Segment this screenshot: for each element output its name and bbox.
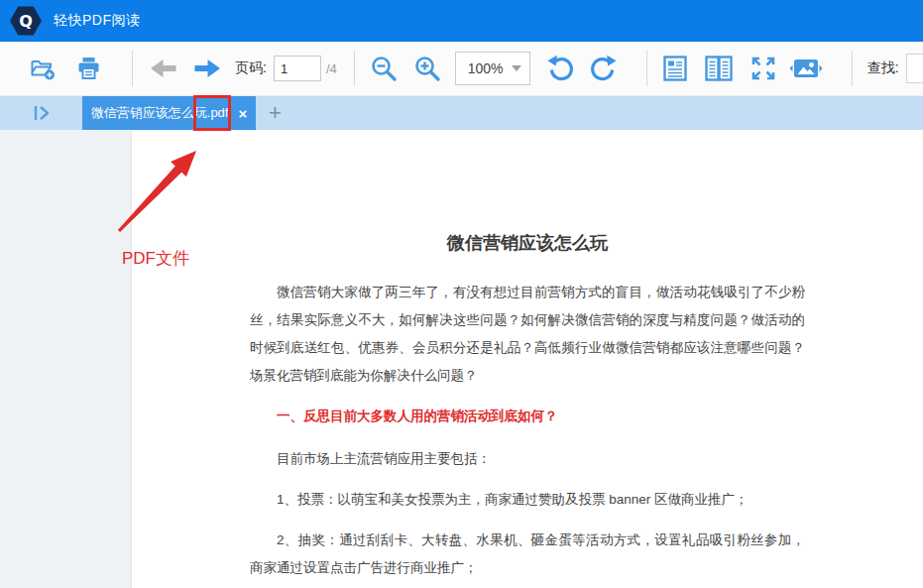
two-page-icon: [704, 55, 734, 82]
content-area: 微信营销应该怎么玩 微信营销大家做了两三年了，有没有想过目前营销方式的盲目，做活…: [0, 130, 923, 588]
tab-title: 微信营销应该怎么玩.pdf: [91, 104, 229, 122]
toolbar-separator: [646, 51, 647, 86]
page-total: /4: [326, 61, 337, 76]
find-input[interactable]: [906, 54, 923, 83]
print-button[interactable]: [76, 56, 101, 81]
slideshow-icon: [789, 56, 823, 81]
slideshow-button[interactable]: [789, 56, 823, 81]
rotate-left-button[interactable]: [546, 54, 576, 83]
paragraph: 2、抽奖：通过刮刮卡、大转盘、水果机、砸金蛋等活动方式，设置礼品吸引粉丝参加，商…: [250, 527, 805, 582]
forward-arrow-icon: [192, 57, 223, 80]
back-arrow-icon: [148, 57, 178, 80]
single-page-icon: [662, 55, 688, 82]
chevron-down-icon: [512, 65, 521, 71]
tab-close-button[interactable]: ×: [238, 106, 247, 121]
rotate-right-button[interactable]: [588, 54, 618, 83]
toolbar: 页码: /4 100%: [0, 42, 923, 96]
title-bar: Q 轻快PDF阅读: [0, 0, 923, 42]
paragraph: 1、投票：以萌宝和美女投票为主，商家通过赞助及投票 banner 区做商业推广；: [250, 486, 805, 514]
find-label: 查找:: [867, 59, 899, 77]
forward-button[interactable]: [192, 57, 223, 80]
section-heading: 一、反思目前大多数人用的营销活动到底如何？: [250, 403, 805, 430]
zoom-in-icon: [413, 55, 441, 82]
app-logo-icon: Q: [10, 6, 42, 36]
document-tab[interactable]: 微信营销应该怎么玩.pdf ×: [82, 96, 256, 130]
zoom-in-button[interactable]: [413, 55, 441, 82]
open-folder-icon: [30, 56, 57, 81]
paragraph: 目前市场上主流营销应用主要包括：: [250, 445, 805, 473]
zoom-level-value: 100%: [468, 60, 512, 76]
rotate-right-icon: [588, 54, 618, 83]
fullscreen-icon: [750, 55, 777, 82]
zoom-out-icon: [370, 55, 398, 82]
zoom-level-select[interactable]: 100%: [455, 52, 530, 85]
fullscreen-button[interactable]: [750, 55, 777, 82]
sidebar-panel: [0, 130, 132, 588]
open-file-button[interactable]: [30, 56, 57, 81]
pdf-page: 微信营销应该怎么玩 微信营销大家做了两三年了，有没有想过目前营销方式的盲目，做活…: [132, 231, 923, 588]
two-page-view-button[interactable]: [704, 55, 734, 82]
rotate-left-icon: [546, 54, 576, 83]
paragraph: 微信营销大家做了两三年了，有没有想过目前营销方式的盲目，做活动花钱吸引了不少粉丝…: [250, 279, 805, 390]
zoom-out-button[interactable]: [370, 55, 398, 82]
toolbar-separator: [132, 51, 133, 86]
single-page-view-button[interactable]: [662, 55, 688, 82]
back-button[interactable]: [148, 57, 178, 80]
app-title: 轻快PDF阅读: [54, 12, 141, 30]
printer-icon: [76, 56, 101, 81]
sidebar-expand-icon: [32, 104, 52, 122]
tab-bar: 微信营销应该怎么玩.pdf × +: [0, 96, 923, 130]
document-viewport[interactable]: 微信营销应该怎么玩 微信营销大家做了两三年了，有没有想过目前营销方式的盲目，做活…: [132, 130, 923, 588]
new-tab-button[interactable]: +: [269, 102, 282, 124]
toolbar-separator: [354, 51, 355, 86]
sidebar-toggle-button[interactable]: [0, 104, 82, 122]
logo-letter: Q: [19, 12, 33, 31]
page-number-label: 页码:: [235, 59, 267, 77]
document-title: 微信营销应该怎么玩: [250, 231, 805, 255]
toolbar-separator: [852, 51, 853, 86]
page-number-input[interactable]: [274, 56, 321, 81]
